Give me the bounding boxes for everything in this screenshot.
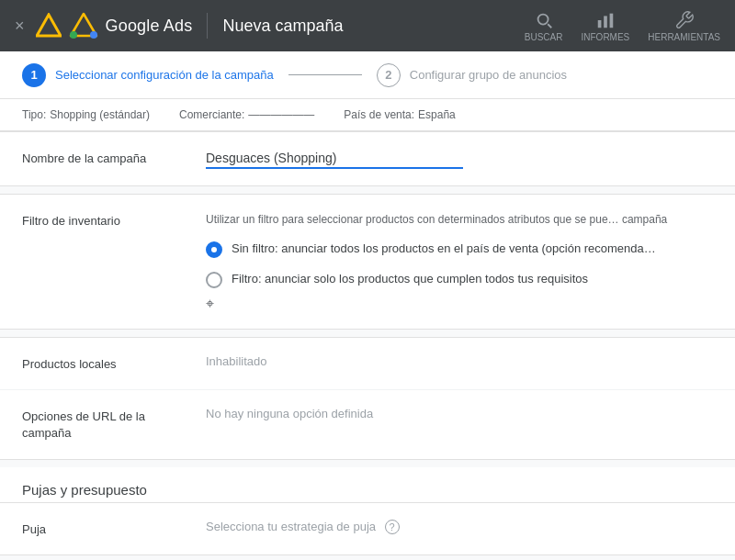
search-label: BUSCAR bbox=[525, 32, 563, 42]
budget-heading-text: Pujas y presupuesto bbox=[22, 482, 147, 498]
step-1-circle: 1 bbox=[22, 63, 46, 87]
url-options-content: No hay ninguna opción definida bbox=[206, 407, 713, 420]
svg-rect-6 bbox=[604, 16, 607, 28]
inventory-filter-row: Filtro de inventario Utilizar un filtro … bbox=[0, 195, 735, 329]
header-divider bbox=[207, 13, 208, 39]
filter-text: Filtro: anunciar solo los productos que … bbox=[232, 271, 588, 287]
svg-point-4 bbox=[90, 31, 97, 39]
header-actions: BUSCAR INFORMES HERRAMIENTAS bbox=[525, 10, 720, 42]
tools-action[interactable]: HERRAMIENTAS bbox=[648, 10, 720, 42]
url-options-row: Opciones de URL de la campaña No hay nin… bbox=[0, 390, 735, 458]
campaign-info-bar: Tipo: Shopping (estándar) Comerciante: —… bbox=[0, 99, 735, 131]
filter-radio[interactable] bbox=[206, 272, 222, 288]
svg-point-3 bbox=[70, 31, 77, 39]
comerciante-key: Comerciante: bbox=[179, 108, 244, 121]
campaign-name-row: Nombre de la campaña bbox=[0, 132, 735, 185]
comerciante-info: Comerciante: —————— bbox=[179, 108, 314, 121]
filter-radio-group: Sin filtro: anunciar todos los productos… bbox=[206, 241, 713, 288]
tipo-key: Tipo: bbox=[22, 108, 46, 121]
local-products-value: Inhabilitado bbox=[206, 354, 267, 368]
local-products-section: Productos locales Inhabilitado Opciones … bbox=[0, 337, 735, 460]
app-name: Google Ads bbox=[106, 17, 193, 36]
google-ads-icon bbox=[69, 11, 98, 40]
main-content: Tipo: Shopping (estándar) Comerciante: —… bbox=[0, 99, 735, 560]
campaign-name-content bbox=[206, 149, 713, 169]
bid-help-icon[interactable]: ? bbox=[385, 520, 400, 534]
inventory-filter-description: Utilizar un filtro para seleccionar prod… bbox=[206, 211, 713, 228]
no-filter-radio[interactable] bbox=[206, 241, 222, 258]
url-options-value: No hay ninguna opción definida bbox=[206, 407, 373, 420]
bid-row: Puja Selecciona tu estrategia de puja ? bbox=[0, 503, 735, 554]
step-2-label: Configurar grupo de anuncios bbox=[410, 68, 567, 82]
step-2: 2 Configurar grupo de anuncios bbox=[377, 63, 567, 87]
campaign-title: Nueva campaña bbox=[222, 17, 343, 36]
close-button[interactable]: × bbox=[15, 17, 25, 36]
step-1-label: Seleccionar configuración de la campaña bbox=[55, 68, 274, 82]
svg-rect-5 bbox=[598, 20, 602, 28]
campaign-name-label: Nombre de la campaña bbox=[22, 149, 206, 167]
local-products-row: Productos locales Inhabilitado bbox=[0, 338, 735, 390]
local-products-label: Productos locales bbox=[22, 354, 206, 373]
campaign-name-input[interactable] bbox=[206, 149, 463, 169]
search-action[interactable]: BUSCAR bbox=[525, 10, 563, 42]
pais-info: País de venta: España bbox=[344, 108, 455, 121]
step-connector bbox=[288, 74, 362, 75]
budget-section-heading: Pujas y presupuesto bbox=[0, 460, 735, 502]
comerciante-value: —————— bbox=[248, 108, 314, 121]
bar-chart-icon bbox=[595, 10, 616, 30]
reports-action[interactable]: INFORMES bbox=[582, 10, 630, 42]
filter-option[interactable]: Filtro: anunciar solo los productos que … bbox=[206, 271, 713, 288]
bid-content: Selecciona tu estrategia de puja ? bbox=[206, 520, 713, 534]
google-ads-logo-icon bbox=[36, 13, 62, 39]
local-products-content: Inhabilitado bbox=[206, 354, 713, 368]
tools-icon bbox=[674, 10, 695, 30]
tipo-info: Tipo: Shopping (estándar) bbox=[22, 108, 150, 121]
reports-label: INFORMES bbox=[582, 32, 630, 42]
no-filter-text: Sin filtro: anunciar todos los productos… bbox=[232, 241, 656, 257]
url-options-label: Opciones de URL de la campaña bbox=[22, 407, 206, 442]
bid-label: Puja bbox=[22, 520, 206, 538]
tipo-value: Shopping (estándar) bbox=[50, 108, 150, 121]
cursor-indicator: ⌖ bbox=[206, 296, 214, 312]
google-ads-logo: Google Ads bbox=[36, 11, 193, 40]
campaign-name-section: Nombre de la campaña bbox=[0, 131, 735, 186]
tools-label: HERRAMIENTAS bbox=[648, 32, 720, 42]
no-filter-option[interactable]: Sin filtro: anunciar todos los productos… bbox=[206, 241, 713, 258]
inventory-filter-content: Utilizar un filtro para seleccionar prod… bbox=[206, 211, 713, 312]
inventory-filter-section: Filtro de inventario Utilizar un filtro … bbox=[0, 194, 735, 330]
step-2-circle: 2 bbox=[377, 63, 401, 87]
bid-section: Puja Selecciona tu estrategia de puja ? bbox=[0, 502, 735, 555]
bid-value: Selecciona tu estrategia de puja bbox=[206, 520, 376, 533]
pais-value: España bbox=[418, 108, 456, 121]
step-1: 1 Seleccionar configuración de la campañ… bbox=[22, 63, 274, 87]
app-header: × Google Ads Nueva campaña BUSCAR bbox=[0, 0, 735, 51]
svg-rect-7 bbox=[609, 13, 613, 28]
inventory-filter-label: Filtro de inventario bbox=[22, 211, 206, 230]
step-indicator: 1 Seleccionar configuración de la campañ… bbox=[0, 51, 735, 99]
search-icon bbox=[534, 10, 554, 30]
pais-key: País de venta: bbox=[344, 108, 414, 121]
